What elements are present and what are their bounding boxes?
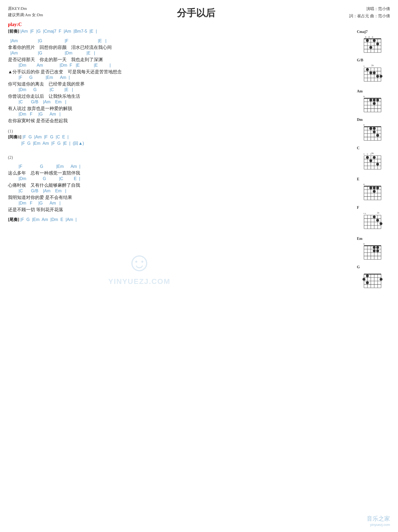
interlude1-label: [间奏1]: [8, 135, 23, 139]
svg-point-135: [376, 249, 379, 252]
chord-diagram-f: F x x 2fr: [356, 206, 390, 232]
chord-grid-cmaj7: o o o: [360, 35, 386, 53]
chord-grid-g: [360, 270, 386, 289]
chord-ch1: |Dm Am |Dm F |E |E |: [8, 63, 353, 69]
svg-point-150: [366, 281, 369, 284]
lyric-v2l1: 这么多年 总有一种感觉一直陪伴我: [8, 170, 353, 176]
svg-point-18: [369, 46, 372, 49]
chorus-line4: |C G/B |Am Em | 有人说过 放弃也是一种爱的解脱: [8, 100, 353, 112]
verse2-line2: |Dm G |C E | 心痛时候 又有什么能够麻醉了自我: [8, 176, 353, 189]
svg-point-52: [373, 102, 376, 105]
header: 原KEY:Dm 建议男调:Am 女:Dm 分手以后 演唱：范小倩 詞：崔占元 曲…: [8, 5, 390, 20]
chorus-line5: |Dm F |G Am | 在你寂寞时候 是否还会想起我: [8, 112, 353, 124]
footer-logo-cn: 音乐之家: [367, 515, 390, 523]
svg-point-134: [373, 249, 376, 252]
verse1-line2: |Am |G |Dm |E | 是否记得那天 你走的那一天 我也走到了深渊: [8, 51, 353, 63]
svg-text:x: x: [364, 65, 365, 67]
key-info-2: 建议男调:Am 女:Dm: [8, 12, 43, 18]
chorus-line2: |F G |Em Am | 你可知道你的离去 已经带走我的世界: [8, 75, 353, 87]
chord-grid-em: o: [360, 242, 386, 260]
chord-grid-am: o: [360, 94, 386, 113]
svg-point-35: [376, 75, 379, 78]
footer-logo-en: yinyuezj.com: [367, 523, 390, 527]
svg-point-65: [369, 127, 372, 130]
chord-name-g: G: [357, 265, 360, 269]
chord-v1l1: |Am |G |F |E |: [8, 39, 353, 44]
sheet-area: [前奏] |Am |F |G |Cmaj7 F |Am |Bm7-5 |E | …: [8, 28, 356, 289]
svg-point-36: [380, 75, 383, 78]
outro-chords: |F G |Em Am |Dm E |Am |: [20, 217, 77, 222]
svg-text:3fr: 3fr: [371, 152, 374, 155]
interlude1-chords: |F G |Am |F G |C E |: [23, 135, 69, 139]
svg-point-117: [373, 215, 376, 218]
svg-text:o: o: [365, 35, 366, 38]
svg-point-17: [376, 42, 379, 45]
chord-v2l4: |Dm F |G Am |: [8, 201, 353, 207]
content-area: [前奏] |Am |F |G |Cmaj7 F |Am |Bm7-5 |E | …: [8, 28, 390, 289]
svg-point-118: [376, 219, 379, 222]
chord-name-e: E: [357, 177, 359, 181]
svg-point-84: [373, 156, 376, 159]
chord-name-dm: Dm: [357, 118, 363, 122]
svg-point-32: [366, 68, 369, 71]
song-title: 分手以后: [43, 5, 349, 20]
chord-name-f: F: [357, 206, 359, 210]
chord-diagram-e: E o: [356, 177, 390, 201]
chorus-line1: |Dm Am |Dm F |E |E | ▲分手以后的你 是否已改变 可是我每天…: [8, 63, 353, 75]
svg-point-102: [376, 186, 379, 189]
chord-diagram-em: Em o: [356, 237, 390, 260]
key-info-1: 原KEY:Dm: [8, 5, 43, 12]
play-key: play:C: [8, 22, 390, 27]
chord-v2l2: |Dm G |C E |: [8, 176, 353, 182]
interlude1-line2: |F G |Em Am |F G |E | (回▲): [8, 141, 353, 147]
chord-name-cmaj7: Cmaj7: [357, 30, 367, 34]
chord-name-gb: G/B: [357, 58, 363, 62]
chord-name-em: Em: [357, 237, 362, 241]
svg-point-15: [366, 39, 369, 42]
lyric-v1l1: 拿着你的照片 回想你的容颜 泪水已经流在我心间: [8, 44, 353, 51]
svg-text:o: o: [363, 95, 365, 98]
svg-text:o: o: [370, 152, 371, 155]
svg-text:x: x: [364, 152, 365, 155]
interlude1: [间奏1] |F G |Am |F G |C E |: [8, 134, 353, 140]
chord-v2l3: |C G/B |Am Em |: [8, 189, 353, 194]
chord-diagram-c: C x 3fr o o: [356, 146, 390, 172]
svg-point-133: [376, 246, 379, 249]
svg-point-132: [373, 246, 376, 249]
svg-text:o: o: [363, 123, 365, 126]
paren-2: (2): [8, 155, 353, 160]
paren-1: (1): [8, 129, 353, 134]
lyric-ch5: 在你寂寞时候 是否还会想起我: [8, 118, 353, 124]
svg-text:o: o: [372, 35, 373, 38]
chord-name-am: Am: [357, 89, 363, 93]
lyric-ch1: ▲分手以后的你 是否已改变 可是我每天还是苦苦地想念: [8, 69, 353, 75]
outro-label: [尾奏]: [8, 217, 20, 222]
svg-point-101: [373, 186, 376, 189]
svg-point-68: [376, 134, 379, 137]
svg-point-66: [373, 127, 376, 130]
svg-point-149: [380, 278, 383, 281]
chord-diagram-am: Am o: [356, 89, 390, 113]
lyric-v2l3: 我明知道对你的爱 是不会有结果: [8, 194, 353, 201]
chord-grid-e: o: [360, 182, 386, 201]
chord-grid-gb: x 2fr: [360, 63, 386, 84]
svg-point-50: [373, 99, 376, 101]
svg-point-148: [362, 278, 365, 281]
chord-name-c: C: [357, 146, 360, 150]
chorus-line3: |Dm G |C |E | 你曾说过你走以后 让我快乐地生活: [8, 87, 353, 100]
svg-point-147: [366, 274, 369, 277]
svg-text:o: o: [369, 35, 370, 38]
svg-point-100: [369, 186, 372, 189]
chord-grid-f: x x 2fr: [360, 211, 386, 232]
verse2-line1: |F G |Em Am | 这么多年 总有一种感觉一直陪伴我: [8, 164, 353, 176]
svg-point-85: [369, 159, 372, 162]
header-left: 原KEY:Dm 建议男调:Am 女:Dm: [8, 5, 43, 18]
chord-diagram-cmaj7: Cmaj7 o o o: [356, 30, 390, 53]
credits: 詞：崔占元 曲：范小倩: [349, 12, 390, 20]
svg-text:o: o: [363, 183, 365, 186]
chord-diagram-dm: Dm o: [356, 118, 390, 141]
svg-point-34: [373, 71, 376, 74]
chord-diagram-gb: G/B x 2fr: [356, 58, 390, 84]
lyric-ch4: 有人说过 放弃也是一种爱的解脱: [8, 105, 353, 112]
chord-ch4: |C G/B |Am Em |: [8, 100, 353, 105]
